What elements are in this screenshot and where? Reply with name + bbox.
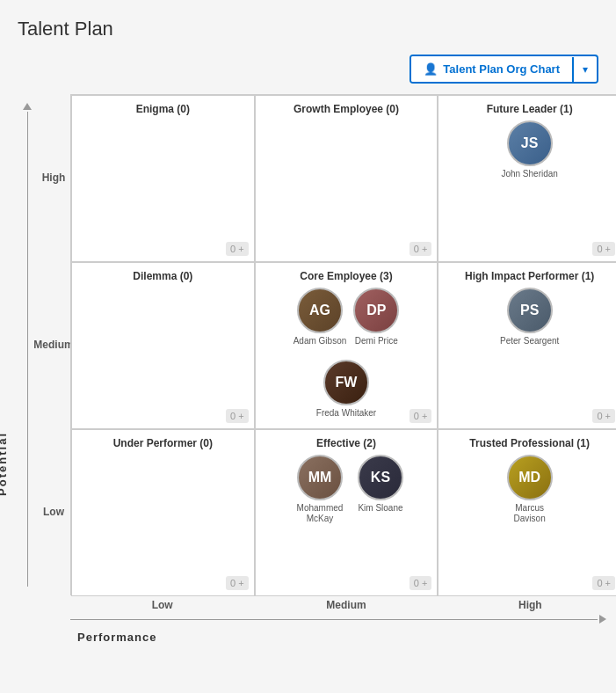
x-axis-title: Performance	[77, 631, 156, 644]
y-label-low: Low	[43, 506, 64, 518]
chart-area: Potential High Medium Low Enigma (0)0 +G…	[18, 94, 598, 645]
avatar: KS	[358, 455, 403, 500]
toolbar: 👤 Talent Plan Org Chart ▾	[18, 55, 598, 84]
cell-count-badge: 0 +	[226, 409, 249, 423]
grid-and-x-axis: Enigma (0)0 +Growth Employee (0)0 +Futur…	[70, 94, 616, 645]
cell-avatars-high_impact_performer: PSPeter Seargent	[500, 288, 559, 421]
y-label-high: High	[42, 171, 66, 184]
org-chart-main-button[interactable]: 👤 Talent Plan Org Chart	[411, 56, 572, 82]
person-icon: 👤	[424, 62, 438, 76]
avatar-name: John Sheridan	[501, 169, 558, 179]
avatar: MD	[507, 455, 553, 500]
cell-title-effective: Effective (2)	[263, 437, 431, 449]
x-axis-line	[70, 619, 598, 620]
cell-title-high_impact_performer: High Impact Performer (1)	[446, 270, 613, 282]
grid-cell-future_leader: Future Leader (1)JSJohn Sheridan0 +	[438, 95, 616, 262]
org-chart-button-label: Talent Plan Org Chart	[443, 62, 560, 76]
cell-count-badge: 0 +	[592, 242, 615, 256]
cell-avatars-effective: MMMohammed McKayKSKim Sloane	[289, 455, 403, 588]
x-label-medium: Medium	[254, 599, 438, 611]
cell-title-future_leader: Future Leader (1)	[446, 103, 613, 115]
y-axis-line	[27, 112, 28, 587]
avatar: PS	[507, 288, 553, 333]
cell-title-trusted_professional: Trusted Professional (1)	[446, 437, 613, 449]
y-axis: Potential High Medium Low	[18, 94, 70, 645]
x-axis-labels: Low Medium High	[70, 599, 616, 611]
cell-avatars-future_leader: JSJohn Sheridan	[501, 120, 558, 254]
avatar-name: Freda Whitaker	[316, 408, 376, 419]
avatar-group[interactable]: DPDemi Price	[353, 288, 399, 349]
y-axis-title: Potential	[0, 432, 9, 496]
avatar-group[interactable]: AGAdam Gibson	[294, 288, 347, 349]
avatar-group[interactable]: JSJohn Sheridan	[501, 120, 558, 254]
org-chart-dropdown-button[interactable]: ▾	[572, 57, 597, 82]
x-axis-arrow	[599, 615, 606, 624]
x-axis-line-row	[70, 615, 616, 624]
avatar-name: Mohammed McKay	[289, 503, 351, 524]
grid-cell-effective: Effective (2)MMMohammed McKayKSKim Sloan…	[255, 429, 438, 596]
grid-cell-under_performer: Under Performer (0)0 +	[71, 429, 255, 596]
cell-count-badge: 0 +	[226, 576, 249, 590]
cell-title-under_performer: Under Performer (0)	[79, 437, 247, 449]
dropdown-arrow-icon: ▾	[583, 63, 588, 76]
cell-title-growth_employee: Growth Employee (0)	[263, 103, 431, 115]
grid-cell-core_employee: Core Employee (3)AGAdam GibsonDPDemi Pri…	[255, 262, 438, 429]
cell-count-badge: 0 +	[226, 242, 249, 256]
cell-title-core_employee: Core Employee (3)	[263, 270, 431, 282]
grid-cell-growth_employee: Growth Employee (0)0 +	[255, 95, 438, 262]
avatar-name: Peter Seargent	[500, 336, 559, 346]
grid-cell-high_impact_performer: High Impact Performer (1)PSPeter Seargen…	[438, 262, 616, 429]
cell-count-badge: 0 +	[592, 576, 615, 590]
cell-count-badge: 0 +	[592, 409, 615, 423]
cell-avatars-trusted_professional: MDMarcus Davison	[499, 455, 561, 588]
org-chart-button-group: 👤 Talent Plan Org Chart ▾	[409, 55, 598, 84]
y-axis-arrow-up	[23, 103, 32, 110]
avatar-name: Demi Price	[355, 336, 398, 346]
avatar-name: Adam Gibson	[294, 336, 347, 346]
avatar-group[interactable]: KSKim Sloane	[358, 455, 403, 588]
x-label-high: High	[438, 599, 616, 611]
x-label-low: Low	[70, 599, 254, 611]
avatar: AG	[297, 288, 343, 333]
avatar: FW	[323, 360, 369, 405]
grid-cell-trusted_professional: Trusted Professional (1)MDMarcus Davison…	[438, 429, 616, 596]
page-title: Talent Plan	[18, 18, 598, 40]
cell-title-dilemma: Dilemma (0)	[79, 270, 247, 282]
cell-avatars-core_employee: AGAdam GibsonDPDemi PriceFWFreda Whitake…	[263, 288, 431, 421]
x-axis-title-row: Performance	[77, 629, 616, 645]
avatar-group[interactable]: FWFreda Whitaker	[316, 360, 376, 421]
avatar: JS	[507, 120, 553, 166]
avatar: DP	[353, 288, 399, 333]
cell-count-badge: 0 +	[409, 242, 432, 256]
avatar-name: Marcus Davison	[499, 503, 561, 524]
y-label-medium: Medium	[33, 339, 73, 351]
avatar-group[interactable]: MMMohammed McKay	[289, 455, 351, 588]
cell-title-enigma: Enigma (0)	[79, 103, 247, 115]
cell-count-badge: 0 +	[409, 409, 432, 423]
avatar-group[interactable]: MDMarcus Davison	[499, 455, 561, 588]
grid-cell-enigma: Enigma (0)0 +	[71, 95, 255, 262]
avatar: MM	[297, 455, 343, 500]
avatar-name: Kim Sloane	[358, 503, 402, 514]
grid-cell-dilemma: Dilemma (0)0 +	[71, 262, 255, 429]
avatar-group[interactable]: PSPeter Seargent	[500, 288, 559, 421]
cell-count-badge: 0 +	[409, 576, 432, 590]
y-labels-col: High Medium Low	[37, 94, 70, 595]
talent-grid: Enigma (0)0 +Growth Employee (0)0 +Futur…	[70, 94, 616, 595]
